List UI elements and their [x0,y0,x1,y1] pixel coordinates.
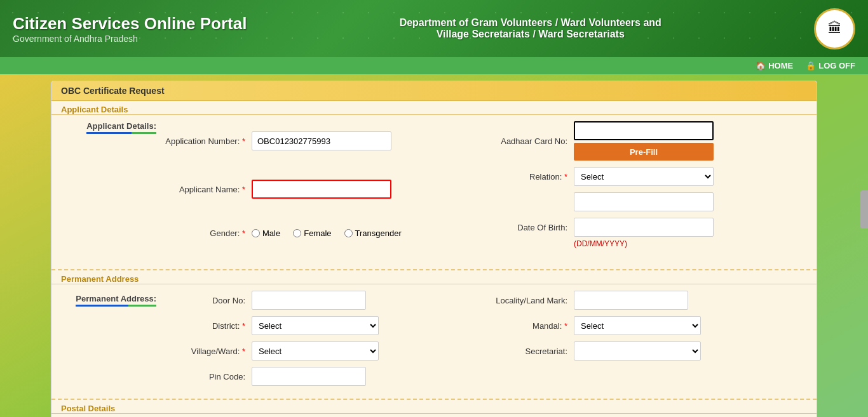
gender-group: Male Female Transgender [252,228,402,238]
door-no-input[interactable] [252,291,366,310]
district-label: District: * [163,321,252,331]
secretariat-select[interactable] [574,341,701,361]
village-ward-select[interactable]: Select [252,341,379,361]
header-branding: Citizen Services Online Portal Governmen… [13,14,247,44]
relation-label: Relation: * [485,172,574,182]
prefill-button[interactable]: Pre-Fill [574,143,714,161]
district-select[interactable]: Select [252,316,379,335]
district-mandal-row: District: * Select Mandal: * S [163,316,807,335]
logoff-link[interactable]: 🔒 LOG OFF [806,61,855,70]
portal-subtitle: Government of Andhra Pradesh [13,34,247,44]
applicant-details-section: Applicant Details: Application Number: *… [51,115,817,270]
locality-input[interactable] [574,291,688,310]
gender-female-radio[interactable] [293,229,301,237]
dept-name: Department of Gram Volunteers / Ward Vol… [400,17,661,40]
name-relation-row: Applicant Name: * Relation: * Se [163,167,807,211]
logoff-label: LOG OFF [818,61,855,70]
applicant-name-label: Applicant Name: * [163,185,252,194]
applicant-name-required: * [242,185,245,194]
postal-details-header-row: Postal Details [51,400,817,414]
page-header: Citizen Services Online Portal Governmen… [0,0,868,57]
aadhaar-label: Aadhaar Card No: [485,136,574,146]
postal-details-heading: Postal Details [61,404,115,413]
applicant-name-input[interactable] [252,180,391,199]
home-icon: 🏠 [756,61,766,70]
scrollbar-indicator[interactable] [860,190,868,228]
permanent-address-header-row: Permanent Address [51,270,817,284]
locality-label: Locality/Land Mark: [485,296,574,305]
mandal-label: Mandal: * [485,321,574,331]
gender-male-option[interactable]: Male [252,228,280,238]
applicant-sublabel-row: Applicant Details: Application Number: *… [61,121,807,255]
portal-title: Citizen Services Online Portal [13,14,247,34]
mandal-select[interactable]: Select [574,316,701,335]
applicant-details-heading: Applicant Details [61,105,128,114]
applicant-sublabel-col: Applicant Details: [61,121,163,255]
village-secretariat-row: Village/Ward: * Select Secretariat: [163,341,807,361]
village-ward-label: Village/Ward: * [163,347,252,356]
postal-section: Postal Address is same as Permanent Addr… [51,414,817,417]
gender-transgender-radio[interactable] [344,229,353,237]
applicant-details-sublabel: Applicant Details: [86,121,156,134]
relation-name-input[interactable] [574,192,714,211]
permanent-address-section: Permanent Address: Door No: Locality/Lan… [51,284,817,400]
gender-female-option[interactable]: Female [293,228,331,238]
navbar: 🏠 HOME 🔒 LOG OFF [0,57,868,74]
permanent-address-heading: Permanent Address [61,274,139,284]
applicant-details-header-row: Applicant Details [51,101,817,115]
app-number-label: Application Number: * [163,136,252,146]
pin-code-label: Pin Code: [163,372,252,381]
permanent-address-sublabel: Permanent Address: [76,294,156,307]
pin-code-row: Pin Code: [163,367,807,386]
lock-icon: 🔒 [806,61,816,70]
gender-dob-row: Gender: * Male Female [163,218,807,248]
obc-section-header: OBC Certificate Request [51,81,817,101]
dob-hint: (DD/MM/YYYY) [574,239,627,248]
door-no-label: Door No: [163,296,252,305]
secretariat-label: Secretariat: [485,347,574,356]
main-content: OBC Certificate Request Applicant Detail… [51,81,817,417]
aadhaar-input[interactable] [574,121,714,140]
application-number-input[interactable] [252,131,391,150]
pin-code-input[interactable] [252,367,366,386]
gender-male-label: Male [262,228,280,238]
gender-female-label: Female [304,228,331,238]
app-number-required: * [242,136,245,146]
gender-label: Gender: * [163,228,252,238]
header-logo: 🏛 [814,8,855,50]
dob-label: Date Of Birth: [485,223,574,232]
relation-select[interactable]: Select Father Mother Husband Guardian [574,167,714,186]
home-link[interactable]: 🏠 HOME [756,61,793,70]
door-locality-row: Door No: Locality/Land Mark: [163,291,807,310]
gender-transgender-label: Transgender [355,228,402,238]
home-label: HOME [768,61,793,70]
app-aadhaar-row: Application Number: * Aadhaar Card No: P… [163,121,807,161]
gender-male-radio[interactable] [252,229,260,237]
dob-input[interactable] [574,218,714,237]
gender-transgender-option[interactable]: Transgender [344,228,402,238]
